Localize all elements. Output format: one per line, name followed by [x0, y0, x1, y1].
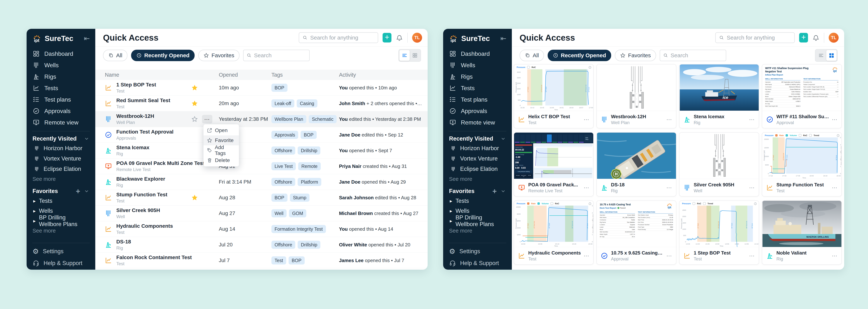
card-noble-valiant[interactable]: MAERSK DRILLING Noble ValiantRig ⋯ [762, 200, 842, 265]
filter-recently-opened[interactable]: Recently Opened [131, 50, 195, 61]
table-row[interactable]: Stena IcemaxRig OffshoreDrillship You op… [95, 143, 428, 158]
favorites-group-tests[interactable]: ▸Tests [27, 196, 95, 206]
notifications-button[interactable] [396, 34, 403, 41]
favorite-star-outline[interactable] [191, 116, 198, 122]
card-menu-button[interactable]: ⋯ [666, 116, 672, 123]
see-more-favorites[interactable]: See more [443, 226, 512, 236]
table-row[interactable]: Blackwave ExplorerRig Fri at 3:14 PM Off… [95, 174, 428, 190]
global-search-input[interactable]: Search for anything [299, 32, 378, 43]
row-menu-button[interactable]: ⋯ [202, 115, 212, 123]
sidebar-item-vortex-venture[interactable]: Vortex Venture [443, 153, 512, 164]
table-row[interactable]: Red Summit Seal TestTest 20m ago Leak-of… [95, 96, 428, 112]
avatar[interactable]: TL [412, 33, 422, 43]
notifications-button[interactable] [812, 34, 819, 41]
card-menu-button[interactable]: ⋯ [584, 184, 590, 191]
card-poa-09[interactable]: Add Step Elapsed time 00:04:22 Rate of C… [514, 132, 594, 196]
sidebar-item-tests[interactable]: Tests [27, 82, 95, 94]
filter-search-input[interactable]: Search [660, 50, 726, 61]
card-casing-test[interactable]: ipt 10.75 x 9.625 Casing Test Deck Test … [596, 200, 676, 265]
sidebar-item-eclipse-elation[interactable]: Eclipse Elation [443, 164, 512, 174]
sidebar-item-approvals[interactable]: Approvals [27, 105, 95, 117]
menu-item-add-tags[interactable]: Add Tags [204, 145, 239, 155]
card-menu-button[interactable]: ⋯ [749, 252, 755, 259]
card-westbrook-12h[interactable]: Westbrook-12HWell Plan ⋯ [596, 64, 676, 128]
favorite-star[interactable] [191, 100, 198, 107]
chevron-down-icon[interactable] [500, 188, 506, 194]
card-helix-ct-bop-test[interactable]: PressureRoC 3000 2500 2000 1500 1000 500 [514, 64, 594, 128]
sidebar-item-remote-view[interactable]: Remote view [27, 117, 95, 128]
sidebar-item-remote-view[interactable]: Remote view [443, 117, 512, 128]
see-more-recently[interactable]: See more [27, 174, 95, 184]
avatar[interactable]: TL [829, 33, 839, 43]
card-ds-18[interactable]: DS-18Rig ⋯ [596, 132, 676, 196]
table-row[interactable]: DS-18Rig Jul 20 OffshoreDrillship Oliver… [95, 237, 428, 253]
chevron-down-icon[interactable] [500, 136, 506, 142]
filter-recently-opened[interactable]: Recently Opened [548, 50, 611, 61]
favorites-group-tests[interactable]: ▸Tests [443, 196, 512, 206]
global-search-input[interactable]: Search for anything [715, 32, 795, 43]
card-menu-button[interactable]: ⋯ [832, 252, 838, 259]
table-row[interactable]: Silver Creek 905HWell Aug 27 WellGOM Mic… [95, 206, 428, 221]
filter-search-input[interactable]: Search [243, 50, 310, 61]
create-button[interactable]: + [799, 33, 808, 42]
add-favorite-icon[interactable]: + [76, 187, 80, 195]
create-button[interactable]: + [382, 33, 392, 42]
sidebar-item-settings[interactable]: ⚙Settings [27, 246, 95, 257]
menu-item-favorite[interactable]: Favorite [204, 135, 239, 145]
favorites-group-bp-plans[interactable]: ▸BP Drilling Wellbore Plans [443, 216, 512, 226]
sidebar-item-wells[interactable]: Wells [443, 59, 512, 71]
grid-view-button[interactable] [826, 50, 837, 61]
table-row[interactable]: POA 09 Gravel Pack Multi Zone TestRemote… [95, 158, 428, 174]
favorites-group-bp-plans[interactable]: ▸BP Drilling Wellbore Plans [27, 216, 95, 226]
favorite-star[interactable] [191, 84, 198, 91]
collapse-sidebar-icon[interactable]: ⇤ [84, 34, 90, 42]
card-menu-button[interactable]: ⋯ [666, 252, 672, 259]
sidebar-item-horizon-harbor[interactable]: Horizon Harbor [443, 143, 512, 153]
sidebar-item-rigs[interactable]: Rigs [443, 71, 512, 82]
card-hydraulic-components[interactable]: Pressure✓Rate✓VolumeRoC 10000 8000 600 [514, 200, 594, 265]
chevron-down-icon[interactable] [84, 136, 89, 142]
sidebar-item-settings[interactable]: ⚙Settings [443, 246, 512, 257]
table-row[interactable]: Falcon Rock Containment TestTest Jul 7 T… [95, 253, 428, 268]
menu-item-open[interactable]: Open [204, 125, 239, 135]
card-menu-button[interactable]: ⋯ [749, 184, 755, 191]
card-menu-button[interactable]: ⋯ [666, 184, 672, 191]
sidebar-item-wells[interactable]: Wells [27, 59, 95, 71]
sidebar-item-tests[interactable]: Tests [443, 82, 512, 94]
card-silver-creek-905h[interactable]: Silver Creek 905HWell ⋯ [679, 132, 759, 196]
card-menu-button[interactable]: ⋯ [584, 252, 590, 259]
sidebar-item-help[interactable]: Help & Support [443, 258, 512, 269]
filter-all[interactable]: All [520, 50, 544, 61]
sidebar-item-test-plans[interactable]: Test plans [443, 94, 512, 105]
see-more-favorites[interactable]: See more [27, 226, 95, 236]
table-row[interactable]: Stump Function TestTest Aug 28 BOPStump … [95, 190, 428, 206]
list-view-button[interactable] [816, 50, 826, 61]
see-more-recently[interactable]: See more [443, 174, 512, 184]
sidebar-item-test-plans[interactable]: Test plans [27, 94, 95, 105]
card-stena-icemax[interactable]: ice Stena IcemaxRig ⋯ [679, 64, 759, 128]
card-stump-function-test[interactable]: Pressure✓Rate✓VolumeRoCTrend 20000 15000 [762, 132, 842, 196]
filter-favorites[interactable]: Favorites [615, 50, 656, 61]
grid-view-button[interactable] [410, 50, 420, 61]
list-view-button[interactable] [399, 50, 410, 61]
card-witf-11[interactable]: ipt WITF #11 Shallow Suspension Plug Neg… [762, 64, 842, 128]
chevron-down-icon[interactable] [84, 188, 89, 194]
sidebar-item-eclipse-elation[interactable]: Eclipse Elation [27, 164, 95, 174]
sidebar-item-approvals[interactable]: Approvals [443, 105, 512, 117]
filter-favorites[interactable]: Favorites [198, 50, 239, 61]
card-menu-button[interactable]: ⋯ [832, 116, 838, 123]
sidebar-item-rigs[interactable]: Rigs [27, 71, 95, 82]
filter-all[interactable]: All [103, 50, 127, 61]
sidebar-item-dashboard[interactable]: Dashboard [27, 48, 95, 59]
sidebar-item-help[interactable]: Help & Support [27, 258, 95, 269]
sidebar-item-dashboard[interactable]: Dashboard [443, 48, 512, 59]
add-favorite-icon[interactable]: + [492, 187, 497, 195]
favorite-star[interactable] [191, 194, 198, 201]
collapse-sidebar-icon[interactable]: ⇤ [500, 34, 506, 42]
card-menu-button[interactable]: ⋯ [584, 116, 590, 123]
card-menu-button[interactable]: ⋯ [832, 184, 838, 191]
table-row-hovered[interactable]: Westbrook-12HWell Plan ⋯ Yesterday at 2:… [95, 112, 428, 127]
table-row[interactable]: Function Test ApprovalApprovals Approval… [95, 127, 428, 143]
card-1-step-bop-test[interactable]: PressureRoCTrend 2500 2000 1500 1000 500 [679, 200, 759, 265]
sidebar-item-horizon-harbor[interactable]: Horizon Harbor [27, 143, 95, 153]
